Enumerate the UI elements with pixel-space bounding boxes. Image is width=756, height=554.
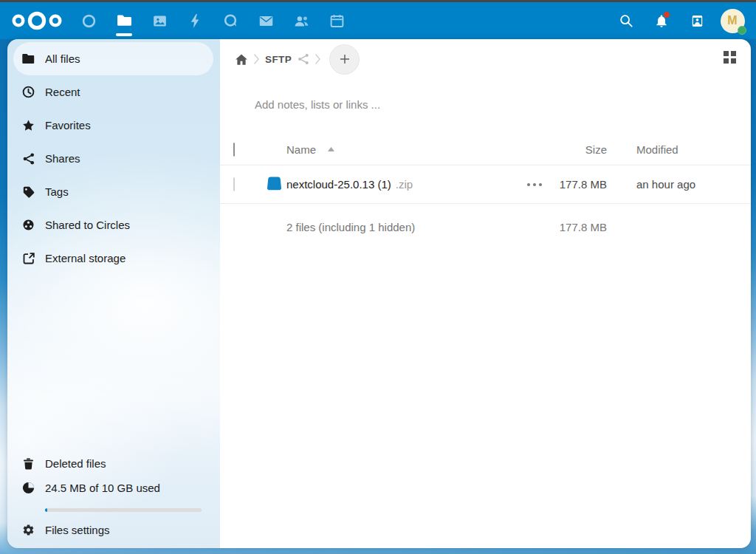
top-navigation-bar: M <box>0 2 756 39</box>
chevron-right-icon <box>253 53 260 65</box>
quota-label: 24.5 MB of 10 GB used <box>45 482 160 494</box>
nextcloud-logo[interactable] <box>10 11 63 30</box>
user-menu-button[interactable]: M <box>715 2 750 39</box>
file-name[interactable]: nextcloud-25.0.13 (1) <box>286 178 391 191</box>
quota-indicator: 24.5 MB of 10 GB used <box>13 480 213 513</box>
sidebar-item-shared-to-circles[interactable]: Shared to Circles <box>13 208 213 242</box>
sidebar-item-label: Shares <box>45 152 80 165</box>
grid-view-toggle-button[interactable] <box>724 51 736 66</box>
sidebar-item-tags[interactable]: Tags <box>13 175 213 208</box>
tag-icon <box>22 186 35 198</box>
external-storage-icon <box>22 253 35 264</box>
share-icon <box>22 153 35 165</box>
select-all-checkbox[interactable] <box>233 143 235 157</box>
avatar-letter: M <box>727 14 737 27</box>
file-actions-menu-button[interactable] <box>523 179 546 191</box>
sidebar-item-deleted-files[interactable]: Deleted files <box>13 447 213 480</box>
sidebar-item-shares[interactable]: Shares <box>13 142 213 175</box>
circles-icon <box>22 219 35 231</box>
app-menu <box>71 2 354 39</box>
summary-file-count: 2 files (including 1 hidden) <box>286 221 415 233</box>
mail-app-icon[interactable] <box>248 2 284 39</box>
sort-by-name-button[interactable]: Name <box>286 143 316 156</box>
file-list: Name Size Modified <box>220 134 751 250</box>
file-size: 177.8 MB <box>560 178 607 191</box>
home-breadcrumb-button[interactable] <box>235 53 248 66</box>
trash-icon <box>22 458 35 470</box>
sidebar-item-external-storage[interactable]: External storage <box>13 242 213 275</box>
contacts-menu-button[interactable] <box>679 2 715 39</box>
search-button[interactable] <box>608 2 644 39</box>
pie-chart-icon <box>22 482 35 494</box>
files-sidebar: All files Recent Favorites Shares <box>7 39 220 548</box>
talk-app-icon[interactable] <box>213 2 248 39</box>
file-modified: an hour ago <box>636 178 695 191</box>
files-app-icon[interactable] <box>106 2 142 39</box>
new-file-button[interactable] <box>329 44 360 75</box>
sidebar-item-label: Recent <box>45 86 80 98</box>
sidebar-item-label: All files <box>45 52 80 65</box>
sidebar-item-label: Favorites <box>45 119 91 131</box>
sort-ascending-icon <box>328 147 334 151</box>
zip-package-icon <box>266 175 284 194</box>
sidebar-item-all-files[interactable]: All files <box>13 42 213 75</box>
share-breadcrumb-icon[interactable] <box>298 53 309 65</box>
chevron-right-icon <box>315 53 321 65</box>
table-row[interactable]: nextcloud-25.0.13 (1).zip 177.8 MB an ho… <box>220 165 751 204</box>
breadcrumb-current-folder[interactable]: SFTP <box>265 54 292 65</box>
sidebar-item-label: Shared to Circles <box>45 219 130 231</box>
content-area: All files Recent Favorites Shares <box>7 39 751 548</box>
activity-app-icon[interactable] <box>177 2 213 39</box>
calendar-app-icon[interactable] <box>319 2 354 39</box>
photos-app-icon[interactable] <box>142 2 177 39</box>
clock-icon <box>22 86 35 98</box>
gear-icon <box>22 524 35 536</box>
breadcrumb: SFTP <box>220 41 751 78</box>
files-main-panel: SFTP Add notes, lists or links ... <box>220 39 751 548</box>
sidebar-item-files-settings[interactable]: Files settings <box>13 513 213 547</box>
sidebar-item-label: Files settings <box>45 524 110 536</box>
notes-input[interactable]: Add notes, lists or links ... <box>255 98 751 113</box>
summary-total-size: 177.8 MB <box>560 221 607 233</box>
quota-progress-track <box>45 508 202 512</box>
row-checkbox[interactable] <box>233 177 235 191</box>
folder-icon <box>22 53 35 64</box>
file-list-header: Name Size Modified <box>220 134 751 165</box>
sort-by-modified-button[interactable]: Modified <box>636 143 678 156</box>
circle-app-icon[interactable] <box>71 2 106 39</box>
notification-dot <box>664 12 670 18</box>
sidebar-item-label: Tags <box>45 185 69 198</box>
sidebar-item-recent[interactable]: Recent <box>13 75 213 109</box>
sidebar-item-favorites[interactable]: Favorites <box>13 109 213 142</box>
notifications-button[interactable] <box>644 2 679 39</box>
header-right-controls: M <box>608 2 750 39</box>
sort-by-size-button[interactable]: Size <box>585 143 607 156</box>
file-list-summary: 2 files (including 1 hidden) 177.8 MB <box>220 204 751 250</box>
sidebar-item-label: External storage <box>45 252 126 264</box>
sidebar-footer: Deleted files 24.5 MB of 10 GB used <box>13 447 213 547</box>
online-status-icon <box>738 26 746 35</box>
sidebar-item-label: Deleted files <box>45 457 106 470</box>
quota-progress-fill <box>45 508 47 512</box>
star-icon <box>22 120 35 131</box>
contacts-app-icon[interactable] <box>284 2 319 39</box>
file-extension: .zip <box>396 178 413 191</box>
